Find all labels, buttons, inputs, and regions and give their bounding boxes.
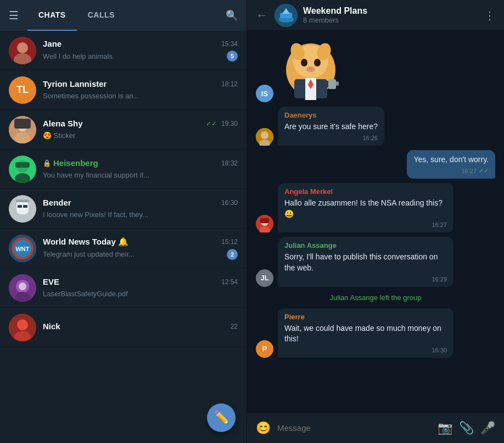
chat-header-sub: 8 members	[303, 16, 484, 24]
svg-point-21	[19, 283, 26, 290]
compose-button[interactable]: ✏️	[207, 403, 236, 432]
check-icon: ✓✓	[479, 167, 489, 174]
chat-preview: I looove new Pixels! If fact, they...	[43, 211, 148, 219]
chat-header-name: Weekend Plans	[303, 6, 484, 16]
emoji-icon[interactable]: 😊	[256, 421, 271, 435]
chat-name: Heisenberg	[53, 158, 98, 168]
message-row: IS	[256, 40, 495, 102]
lock-icon: 🔒	[43, 159, 51, 167]
tabs: CHATS CALLS	[27, 0, 226, 31]
message-row: JL Julian Assange Sorry, I'll have to pu…	[256, 237, 495, 286]
list-item[interactable]: EVE 12:54 LaserBlastSafetyGuide.pdf	[0, 268, 247, 308]
left-panel: ☰ CHATS CALLS 🔍 Jane 1	[0, 0, 247, 443]
msg-avatar: IS	[256, 85, 273, 102]
tab-calls[interactable]: CALLS	[77, 0, 126, 31]
chat-content: Bender 16:30 I looove new Pixels! If fac…	[43, 198, 238, 219]
list-item[interactable]: Jane 15:34 Well I do help animals. 5	[0, 31, 247, 70]
check-icon: ✓✓	[206, 120, 217, 128]
msg-text: Are you sure it's safe here?	[284, 121, 378, 132]
chat-list: Jane 15:34 Well I do help animals. 5 TL …	[0, 31, 247, 443]
chat-time: 15:34	[221, 40, 238, 48]
system-msg-text: left the group	[378, 294, 422, 302]
svg-rect-14	[23, 205, 27, 208]
avatar	[9, 195, 36, 223]
message-bubble: Angela Merkel Hallo alle zusammen! Is th…	[278, 183, 453, 232]
msg-sender: Julian Assange	[284, 241, 447, 250]
search-icon[interactable]: 🔍	[226, 9, 238, 21]
chat-time: 22	[231, 323, 238, 330]
msg-text: Wait, we could have made so much money o…	[284, 323, 447, 345]
unread-badge: 2	[227, 249, 238, 260]
list-item[interactable]: Nick 22	[0, 308, 247, 347]
menu-icon[interactable]: ☰	[9, 9, 19, 22]
svg-rect-42	[336, 81, 339, 86]
right-panel: ← Weekend Plans 8 members ⋮ IS	[247, 0, 504, 443]
chat-name: Tyrion Lannister	[43, 79, 107, 88]
chat-name: Nick	[43, 322, 60, 331]
chat-content: Alena Shy ✓✓ 19:30 😍 Sticker	[43, 119, 238, 140]
chat-header-info: Weekend Plans 8 members	[303, 6, 484, 24]
list-item[interactable]: Bender 16:30 I looove new Pixels! If fac…	[0, 189, 247, 229]
more-options-button[interactable]: ⋮	[484, 9, 495, 22]
list-item[interactable]: Alena Shy ✓✓ 19:30 😍 Sticker	[0, 110, 247, 149]
msg-sender: Pierre	[284, 313, 447, 321]
chat-name: Bender	[43, 198, 71, 207]
message-bubble: Daenerys Are you sure it's safe here? 16…	[278, 107, 384, 146]
svg-rect-49	[260, 218, 269, 223]
msg-avatar: P	[256, 340, 273, 358]
mic-icon[interactable]: 🎤	[480, 421, 495, 435]
system-msg-user: Julian Assange	[330, 294, 378, 302]
chat-time: 12:54	[221, 278, 238, 286]
msg-time: 16:27	[461, 168, 477, 174]
avatar	[9, 37, 36, 64]
avatar: WNT	[9, 235, 36, 262]
chat-content: EVE 12:54 LaserBlastSafetyGuide.pdf	[43, 277, 238, 298]
message-input-row: 😊 📷 📎 🎤	[247, 412, 504, 443]
sticker-container	[278, 40, 344, 102]
msg-time: 16:26	[362, 135, 378, 141]
chat-content: Tyrion Lannister 18:12 Sometimes possess…	[43, 79, 238, 101]
chat-content: 🔒 Heisenberg 18:32 You have my financial…	[43, 158, 238, 180]
chat-time: 16:30	[221, 199, 238, 207]
chat-content: Nick 22	[43, 322, 238, 333]
camera-icon[interactable]: 📷	[438, 421, 452, 435]
avatar	[9, 314, 36, 341]
message-row: Daenerys Are you sure it's safe here? 16…	[256, 107, 495, 146]
back-button[interactable]: ←	[256, 8, 268, 23]
chat-time: 19:30	[221, 120, 238, 128]
chat-content: Jane 15:34 Well I do help animals. 5	[43, 39, 238, 62]
svg-point-24	[17, 319, 28, 330]
list-item[interactable]: WNT World News Today 🔔 15:12 Telegram ju…	[0, 229, 247, 268]
chat-content: World News Today 🔔 15:12 Telegram just u…	[43, 237, 238, 260]
messages-area: IS	[247, 31, 504, 412]
svg-rect-41	[328, 79, 336, 89]
message-input[interactable]	[277, 423, 431, 433]
chat-preview: 😍 Sticker	[43, 131, 75, 140]
chat-name: World News Today 🔔	[43, 237, 128, 247]
svg-point-35	[314, 59, 321, 67]
svg-text:WNT: WNT	[15, 246, 29, 252]
svg-point-5	[15, 132, 30, 143]
msg-text: Sorry, I'll have to publish this convers…	[284, 252, 447, 273]
list-item[interactable]: TL Tyrion Lannister 18:12 Sometimes poss…	[0, 70, 247, 110]
msg-sender: Daenerys	[284, 111, 378, 119]
chat-name: Jane	[43, 39, 61, 48]
message-row: Yes, sure, don't worry. 16:27 ✓✓	[256, 150, 495, 179]
attach-icon[interactable]: 📎	[459, 421, 474, 435]
msg-sender: Angela Merkel	[284, 187, 447, 196]
list-item[interactable]: 🔒 Heisenberg 18:32 You have my financial…	[0, 149, 247, 189]
left-header: ☰ CHATS CALLS 🔍	[0, 0, 247, 31]
chat-preview: Well I do help animals.	[43, 52, 115, 60]
msg-text: Hallo alle zusammen! Is the NSA reading …	[284, 198, 447, 219]
msg-text: Yes, sure, don't worry.	[413, 154, 489, 165]
message-bubble: Yes, sure, don't worry. 16:27 ✓✓	[407, 150, 495, 179]
avatar	[9, 156, 36, 183]
avatar	[9, 274, 36, 302]
chat-preview: Sometimes possession is an...	[43, 92, 139, 100]
tab-chats[interactable]: CHATS	[27, 0, 77, 31]
system-message: Julian Assange left the group	[256, 291, 495, 304]
chat-preview: You have my financial support if...	[43, 171, 149, 179]
svg-rect-6	[14, 119, 31, 129]
svg-point-36	[306, 67, 315, 72]
message-row: P Pierre Wait, we could have made so muc…	[256, 308, 495, 358]
